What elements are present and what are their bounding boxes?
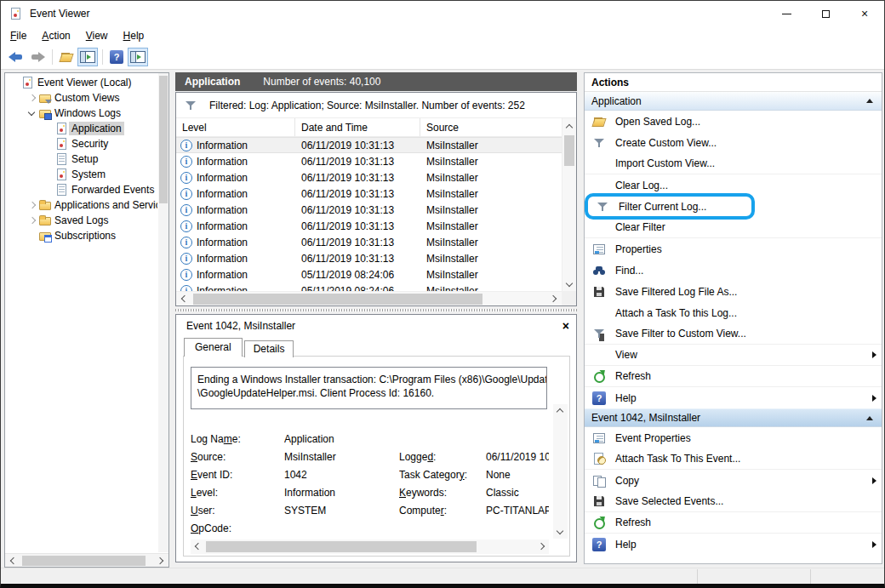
preview-horizontal-scrollbar[interactable] [191, 539, 549, 554]
tree-item[interactable]: System [5, 167, 157, 182]
chevron-right-icon[interactable] [27, 215, 38, 226]
column-header-date[interactable]: Date and Time [295, 118, 420, 136]
menu-item[interactable]: Help [116, 28, 152, 43]
event-row[interactable]: Information 06/11/2019 10:31:13 MsiInsta… [176, 218, 562, 234]
close-preview-button[interactable]: × [562, 320, 569, 332]
action-item[interactable]: Help [585, 387, 882, 408]
scrollbar-thumb[interactable] [159, 76, 168, 203]
pane-splitter[interactable] [175, 308, 577, 312]
event-source: MsiInstaller [420, 220, 562, 232]
event-description: Ending a Windows Installer transaction: … [191, 367, 547, 409]
action-item[interactable]: Clear Filter [585, 217, 882, 238]
action-item[interactable]: Find... [585, 260, 882, 281]
event-row[interactable]: Information 06/11/2019 10:31:13 MsiInsta… [176, 153, 562, 169]
tree-item[interactable]: Applications and Services Lo [5, 197, 157, 213]
action-item[interactable]: Refresh [585, 366, 882, 387]
menu-item[interactable]: File [3, 28, 34, 43]
tree-item[interactable]: Event Viewer (Local) [5, 75, 157, 90]
scroll-right-arrow[interactable] [536, 540, 549, 553]
toolbar-back-button[interactable] [6, 48, 26, 66]
toolbar-show-console-tree-button[interactable] [77, 48, 98, 66]
event-row[interactable]: Information 06/11/2019 10:31:13 MsiInsta… [176, 202, 562, 218]
tree-item[interactable]: Security [5, 136, 157, 151]
action-item[interactable]: Save Filtered Log File As... [585, 281, 882, 302]
scroll-left-arrow[interactable] [6, 555, 19, 568]
scrollbar-thumb[interactable] [22, 556, 146, 566]
toolbar-help-button[interactable] [106, 48, 127, 66]
action-item[interactable]: Filter Current Log... [585, 193, 755, 220]
event-row[interactable]: Information 06/11/2019 10:31:13 MsiInsta… [176, 169, 562, 186]
event-level: Information [197, 220, 248, 232]
action-item[interactable]: Refresh [585, 512, 882, 534]
toolbar-show-action-pane-button[interactable] [128, 48, 148, 66]
action-item[interactable]: Attach Task To This Event... [585, 448, 882, 470]
action-item[interactable]: Event Properties [585, 427, 882, 448]
scroll-right-arrow[interactable] [155, 555, 168, 568]
tree-item[interactable]: Custom Views [5, 90, 157, 106]
action-item[interactable]: Attach a Task To this Log... [585, 302, 882, 323]
scroll-right-arrow[interactable] [548, 293, 561, 305]
column-header-level[interactable]: Level [176, 118, 295, 136]
action-item[interactable]: Help [585, 534, 882, 555]
column-header-source[interactable]: Source [420, 118, 562, 136]
chevron-right-icon[interactable] [27, 200, 38, 211]
action-item[interactable]: Save Filter to Custom View... [585, 323, 882, 345]
tree-item[interactable]: Application [5, 121, 157, 136]
scroll-up-arrow[interactable] [563, 120, 576, 133]
tree-item[interactable]: Saved Logs [5, 213, 157, 228]
action-item[interactable]: Save Selected Events... [585, 491, 882, 512]
scroll-up-arrow[interactable] [554, 404, 567, 417]
event-datetime: 06/11/2019 10:31:13 [295, 172, 420, 184]
event-row[interactable]: Information 06/11/2019 10:31:13 MsiInsta… [176, 234, 562, 250]
tree-item-label: System [69, 168, 108, 181]
help-icon [110, 50, 123, 64]
close-button[interactable]: × [845, 1, 884, 26]
scroll-left-arrow[interactable] [191, 540, 203, 553]
scroll-down-arrow[interactable] [554, 526, 567, 539]
scroll-left-arrow[interactable] [177, 293, 190, 305]
event-row[interactable]: Information 06/11/2019 10:31:13 MsiInsta… [176, 186, 562, 202]
action-item[interactable]: Create Custom View... [585, 132, 882, 153]
tree-vertical-scrollbar[interactable] [158, 73, 168, 552]
scrollbar-thumb[interactable] [564, 135, 574, 166]
events-horizontal-scrollbar[interactable] [176, 291, 562, 305]
event-datetime: 05/11/2019 08:24:06 [295, 269, 420, 281]
actions-section-application[interactable]: Application [585, 92, 882, 111]
tree-horizontal-scrollbar[interactable] [5, 553, 168, 567]
events-vertical-scrollbar[interactable] [562, 118, 576, 291]
menu-item[interactable]: View [78, 28, 116, 43]
event-datetime: 06/11/2019 10:31:13 [295, 156, 420, 168]
action-item-label: View [615, 349, 637, 361]
preview-vertical-scrollbar[interactable] [553, 404, 568, 539]
minimize-button[interactable] [767, 1, 806, 26]
submenu-arrow-icon [871, 373, 876, 380]
menu-item[interactable]: Action [34, 28, 77, 43]
toolbar-open-folder-button[interactable] [56, 48, 77, 66]
field-label: Computer: [399, 505, 486, 517]
tab-details[interactable]: Details [244, 340, 294, 357]
maximize-button[interactable] [806, 1, 845, 26]
filter-icon [592, 136, 606, 150]
chevron-right-icon[interactable] [27, 93, 38, 104]
action-item[interactable]: Import Custom View... [585, 153, 882, 174]
actions-section-event[interactable]: Event 1042, MsiInstaller [585, 408, 882, 427]
scrollbar-thumb[interactable] [206, 541, 477, 552]
action-item[interactable]: Open Saved Log... [585, 111, 882, 132]
action-item[interactable]: View [585, 345, 882, 366]
toolbar-forward-button[interactable] [27, 48, 48, 66]
scrollbar-thumb[interactable] [193, 294, 482, 305]
event-description-line: Ending a Windows Installer transaction: … [197, 373, 540, 386]
chevron-down-icon[interactable] [27, 108, 38, 119]
event-row[interactable]: Information 05/11/2019 08:24:06 MsiInsta… [176, 283, 562, 291]
action-item[interactable]: Properties [585, 238, 882, 260]
tree-item[interactable]: Windows Logs [5, 106, 157, 121]
event-row[interactable]: Information 06/11/2019 10:31:13 MsiInsta… [176, 250, 562, 266]
tree-item[interactable]: Subscriptions [5, 228, 157, 243]
tab-general[interactable]: General [184, 338, 243, 357]
event-row[interactable]: Information 06/11/2019 10:31:13 MsiInsta… [176, 137, 562, 153]
scroll-down-arrow[interactable] [563, 278, 576, 291]
tree-item[interactable]: Setup [5, 151, 157, 167]
action-item[interactable]: Copy [585, 470, 882, 491]
tree-item[interactable]: Forwarded Events [5, 182, 157, 197]
event-row[interactable]: Information 05/11/2019 08:24:06 MsiInsta… [176, 266, 562, 283]
